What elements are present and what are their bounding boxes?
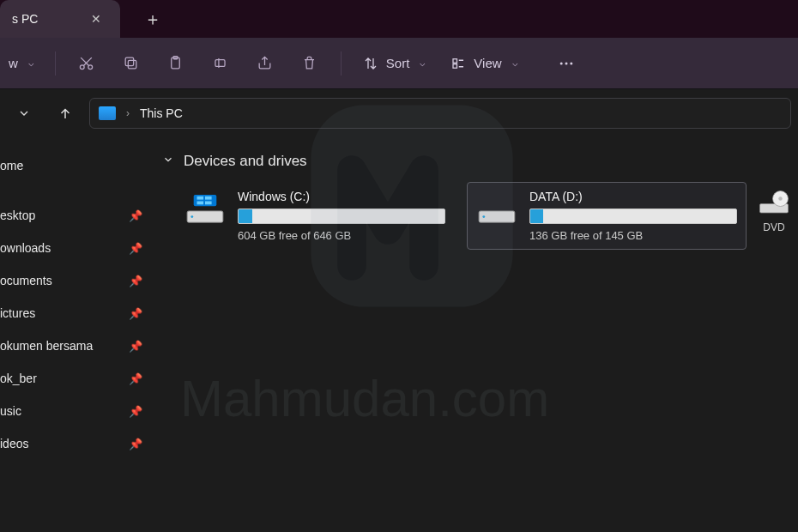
sort-icon (362, 55, 379, 72)
pin-icon: 📌 (129, 405, 142, 418)
active-tab[interactable]: s PC ✕ (0, 0, 120, 38)
sidebar-item-label: ictures (0, 306, 118, 320)
delete-icon (301, 55, 318, 72)
sidebar-item-label: okumen bersama (0, 339, 118, 353)
section-devices-drives[interactable]: Devices and drives (161, 153, 789, 170)
sidebar-item-documents[interactable]: ocuments 📌 (0, 264, 153, 297)
svg-point-0 (81, 65, 85, 70)
sidebar-item-pictures[interactable]: ictures 📌 (0, 297, 153, 329)
this-pc-icon (99, 106, 116, 120)
drive-meta: Windows (C:) 604 GB free of 646 GB (238, 190, 445, 242)
pin-icon: 📌 (129, 209, 142, 222)
up-button[interactable] (48, 96, 82, 130)
drive-free-text: 136 GB free of 145 GB (529, 229, 737, 242)
pin-icon: 📌 (129, 438, 142, 450)
svg-point-9 (559, 62, 562, 64)
svg-point-11 (570, 62, 572, 64)
new-tab-button[interactable]: ＋ (137, 3, 168, 34)
new-dropdown[interactable]: w ⌵ (0, 46, 43, 81)
divider (341, 51, 342, 76)
sort-dropdown[interactable]: Sort ⌵ (354, 46, 435, 81)
sidebar-item-videos[interactable]: ideos 📌 (0, 427, 153, 460)
pin-icon: 📌 (129, 242, 142, 255)
tab-title: s PC (12, 12, 38, 26)
dvd-icon (759, 187, 789, 218)
sidebar: ome esktop 📌 ownloads 📌 ocuments 📌 ictur… (0, 137, 153, 532)
capacity-bar (529, 209, 737, 224)
svg-point-23 (778, 196, 783, 201)
svg-rect-2 (129, 60, 137, 69)
cut-button[interactable] (68, 46, 106, 81)
divider (55, 51, 56, 76)
pin-icon: 📌 (129, 275, 142, 287)
sidebar-item-label: usic (0, 404, 118, 418)
svg-point-18 (190, 215, 193, 218)
new-label: w (9, 56, 18, 70)
pin-icon: 📌 (129, 340, 142, 353)
svg-rect-13 (197, 196, 204, 200)
titlebar: s PC ✕ ＋ (0, 0, 798, 38)
sidebar-item-desktop[interactable]: esktop 📌 (0, 199, 153, 232)
dvd-label: DVD (763, 221, 784, 233)
rename-icon (212, 55, 229, 72)
chevron-down-icon: ⌵ (420, 57, 426, 69)
drive-item-dvd[interactable]: DVD (759, 182, 789, 250)
cut-icon (78, 55, 95, 72)
sidebar-item-label: ocuments (0, 274, 118, 287)
capacity-fill (530, 209, 543, 223)
toolbar: w ⌵ Sort ⌵ (0, 38, 798, 89)
view-dropdown[interactable]: View ⌵ (441, 46, 526, 81)
sidebar-item-home[interactable]: ome (0, 149, 153, 182)
sidebar-item-dokumen-bersama[interactable]: okumen bersama 📌 (0, 329, 153, 362)
chevron-down-icon: ⌵ (512, 57, 518, 69)
content-area: Devices and drives Windo (153, 137, 798, 532)
svg-rect-16 (205, 202, 212, 205)
recent-dropdown-button[interactable] (7, 96, 41, 130)
pin-icon: 📌 (129, 307, 142, 320)
paste-button[interactable] (157, 46, 195, 81)
address-bar[interactable]: › This PC (89, 98, 791, 129)
spacer (0, 182, 153, 199)
rename-button[interactable] (202, 46, 239, 81)
navbar: › This PC (0, 89, 798, 137)
sidebar-item-downloads[interactable]: ownloads 📌 (0, 232, 153, 264)
sidebar-item-label: esktop (0, 209, 118, 222)
sidebar-item-music[interactable]: usic 📌 (0, 395, 153, 427)
share-button[interactable] (246, 46, 284, 81)
share-icon (257, 55, 274, 72)
drive-name: DATA (D:) (529, 190, 737, 203)
capacity-fill (239, 209, 252, 223)
chevron-down-icon (161, 153, 175, 170)
view-label: View (474, 56, 501, 70)
sidebar-item-label: ome (0, 159, 142, 172)
more-button[interactable] (547, 46, 585, 81)
drive-icon (184, 190, 226, 242)
view-icon (450, 55, 467, 72)
drive-icon (476, 190, 517, 242)
svg-point-10 (565, 62, 567, 64)
body: ome esktop 📌 ownloads 📌 ocuments 📌 ictur… (0, 137, 798, 532)
pin-icon: 📌 (129, 372, 142, 385)
copy-icon (123, 55, 140, 72)
drive-item-d[interactable]: DATA (D:) 136 GB free of 145 GB (467, 182, 747, 250)
paste-icon (167, 55, 184, 72)
drive-meta: DATA (D:) 136 GB free of 145 GB (529, 190, 737, 242)
section-title: Devices and drives (184, 153, 307, 170)
delete-button[interactable] (291, 46, 329, 81)
more-icon (558, 55, 575, 72)
copy-button[interactable] (112, 46, 150, 81)
sidebar-item-label: ideos (0, 437, 118, 450)
svg-point-20 (482, 215, 485, 218)
svg-rect-15 (197, 202, 204, 205)
drive-name: Windows (C:) (238, 190, 445, 203)
drive-item-c[interactable]: Windows (C:) 604 GB free of 646 GB (175, 182, 455, 250)
sidebar-item-label: ok_ber (0, 372, 118, 385)
svg-rect-8 (453, 63, 457, 68)
svg-rect-3 (126, 57, 135, 66)
breadcrumb-location[interactable]: This PC (140, 106, 183, 120)
sidebar-item-label: ownloads (0, 241, 118, 255)
capacity-bar (238, 209, 445, 224)
close-tab-button[interactable]: ✕ (88, 9, 105, 29)
svg-rect-7 (453, 58, 457, 63)
sidebar-item-ok-ber[interactable]: ok_ber 📌 (0, 362, 153, 395)
